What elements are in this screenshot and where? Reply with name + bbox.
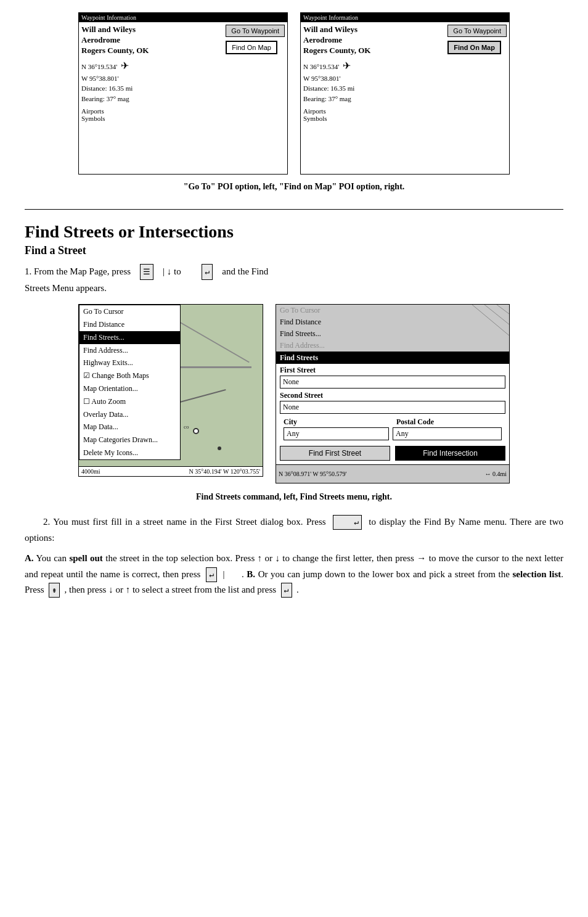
menu-item-map-data[interactable]: Map Data... <box>80 421 180 434</box>
right-find-on-map-button[interactable]: Find On Map <box>447 41 501 54</box>
fs-menu-find-address[interactable]: Find Address... <box>276 340 509 352</box>
press-key-step2: ↵ <box>333 515 362 530</box>
left-waypoint-title: Waypoint Information <box>79 13 287 22</box>
page-down-key: ⇟ <box>49 583 60 598</box>
sub-heading: Find a Street <box>25 244 563 257</box>
map-coords-label: N 35°40.194' W 120°03.755' <box>189 468 260 475</box>
find-first-street-button[interactable]: Find First Street <box>280 446 390 461</box>
right-waypoint-name: Will and Wileys Aerodrome Rogers County,… <box>303 25 445 56</box>
menu-item-find-streets[interactable]: Find Streets... <box>80 331 180 344</box>
svg-line-2 <box>497 305 509 314</box>
map-scale-label: 4000mi <box>81 468 100 475</box>
right-waypoint-title: Waypoint Information <box>301 13 509 22</box>
menu-item-find-address[interactable]: Find Address... <box>80 344 180 357</box>
left-map-screenshot: d s co Go To Cursor Find Distance Find S… <box>78 304 263 477</box>
plane-icon-right: ✈ <box>343 59 351 73</box>
right-goto-waypoint-button[interactable]: Go To Waypoint <box>447 25 507 37</box>
step1-line2: Streets Menu appears. <box>25 283 107 293</box>
step2-intro: 2. You must first fill in a street name … <box>25 517 563 543</box>
second-street-label: Second Street <box>276 389 509 400</box>
menu-item-change-both-maps[interactable]: ☑ Change Both Maps <box>80 369 180 382</box>
postal-label: Postal Code <box>393 416 505 427</box>
menu-item-find-distance[interactable]: Find Distance <box>80 318 180 331</box>
left-map-menu: Go To Cursor Find Distance Find Streets.… <box>79 305 181 460</box>
menu-key-symbol: ☰ <box>140 264 153 279</box>
step1-part2: | ↓ to <box>163 266 181 276</box>
find-streets-divider: Find Streets <box>276 352 509 364</box>
right-waypoint-type: Airports Symbols <box>303 107 445 122</box>
right-find-streets-screenshot: Go To Cursor Find Distance Find Streets.… <box>276 304 510 483</box>
fs-scale: ↔ 0.4mi <box>484 471 507 477</box>
left-waypoint-box: Waypoint Information Will and Wileys Aer… <box>78 12 288 175</box>
option-a-label: A. <box>25 553 34 563</box>
option-b-label: B. <box>247 569 255 579</box>
menu-item-overlay-data[interactable]: Overlay Data... <box>80 408 180 421</box>
first-street-value[interactable]: None <box>280 376 505 389</box>
enter-key-b: ↵ <box>281 583 292 598</box>
find-streets-bottom-bar: N 36°08.971' W 95°50.579' ↔ 0.4mi <box>276 464 509 483</box>
find-streets-top-menu: Go To Cursor Find Distance Find Streets.… <box>276 305 509 352</box>
body-text: 2. You must first fill in a street name … <box>25 514 563 598</box>
city-column: City Any <box>276 416 393 441</box>
enter-key-symbol: ↵ <box>202 264 213 279</box>
left-waypoint-type: Airports Symbols <box>81 107 223 122</box>
left-waypoint-name: Will and Wileys Aerodrome Rogers County,… <box>81 25 223 56</box>
top-screenshots-row: Waypoint Information Will and Wileys Aer… <box>25 12 563 175</box>
instruction-step1: 1. From the Map Page, press ☰ | ↓ to ↵ a… <box>25 263 563 297</box>
city-label: City <box>280 416 393 427</box>
step1-part1: 1. From the Map Page, press <box>25 266 131 276</box>
left-find-on-map-button[interactable]: Find On Map <box>226 41 277 54</box>
section-divider-1 <box>25 209 563 210</box>
right-waypoint-box: Waypoint Information Will and Wileys Aer… <box>300 12 510 175</box>
left-waypoint-coords: N 36°19.534' ✈ W 95°38.801' Distance: 16… <box>81 59 223 104</box>
find-intersection-button[interactable]: Find Intersection <box>395 446 505 461</box>
plane-icon-left: ✈ <box>121 59 129 73</box>
right-waypoint-coords: N 36°19.534' ✈ W 95°38.801' Distance: 16… <box>303 59 445 104</box>
svg-line-1 <box>484 305 509 324</box>
postal-column: Postal Code Any <box>393 416 509 441</box>
second-street-value[interactable]: None <box>280 401 505 414</box>
section-heading: Find Streets or Intersections <box>25 222 563 242</box>
find-streets-screenshots-row: d s co Go To Cursor Find Distance Find S… <box>25 304 563 483</box>
menu-item-delete-icons[interactable]: Delete My Icons... <box>80 446 180 459</box>
menu-item-auto-zoom[interactable]: ☐ Auto Zoom <box>80 395 180 408</box>
find-streets-buttons: Find First Street Find Intersection <box>276 442 509 464</box>
selection-list-bold: selection list <box>513 569 561 579</box>
spell-out-bold: spell out <box>69 553 102 563</box>
enter-key-a: ↵ <box>206 567 217 582</box>
fs-menu-go-to-cursor[interactable]: Go To Cursor <box>276 305 509 316</box>
city-postal-row: City Any Postal Code Any <box>276 414 509 442</box>
fs-coords: N 36°08.971' W 95°50.579' <box>279 471 346 477</box>
step1-part4: and the Find <box>222 266 268 276</box>
bottom-caption: Find Streets command, left, Find Streets… <box>25 492 563 502</box>
left-goto-waypoint-button[interactable]: Go To Waypoint <box>226 25 285 37</box>
top-caption: "Go To" POI option, left, "Find on Map" … <box>25 182 563 192</box>
map-label-co: co <box>184 424 189 430</box>
menu-item-go-to-cursor[interactable]: Go To Cursor <box>80 305 180 318</box>
menu-item-highway-exits[interactable]: Highway Exits... <box>80 356 180 369</box>
city-value[interactable]: Any <box>284 427 389 440</box>
first-street-label: First Street <box>276 364 509 375</box>
menu-item-map-categories[interactable]: Map Categories Drawn... <box>80 434 180 446</box>
postal-value[interactable]: Any <box>393 427 502 440</box>
menu-item-map-orientation[interactable]: Map Orientation... <box>80 382 180 395</box>
